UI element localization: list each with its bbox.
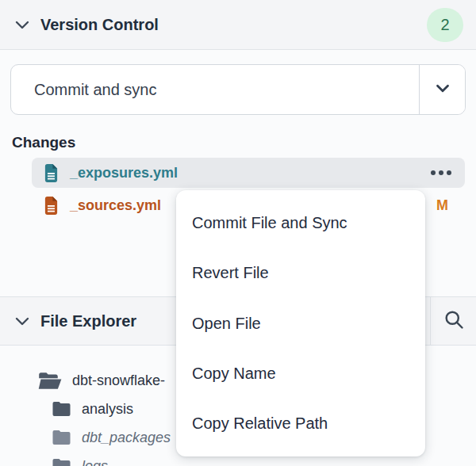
changes-count-badge: 2 (427, 8, 463, 42)
tree-item-label: logs (82, 458, 108, 466)
tree-item-label: analysis (82, 401, 133, 418)
folder-icon (52, 401, 71, 417)
yml-file-icon (44, 197, 59, 215)
file-explorer-title: File Explorer (40, 312, 136, 330)
changed-file-name: _exposures.yml (70, 165, 178, 181)
file-search-button[interactable] (430, 297, 476, 345)
changes-section-label: Changes (12, 134, 476, 151)
commit-action-label: Commit and sync (11, 65, 419, 114)
menu-item-copy-relative-path[interactable]: Copy Relative Path (176, 399, 425, 449)
tree-item-label: dbt_packages (82, 430, 171, 446)
search-icon (443, 308, 465, 334)
dropdown-toggle-button[interactable] (419, 65, 465, 114)
menu-item-commit-file-and-sync[interactable]: Commit File and Sync (176, 198, 425, 248)
menu-item-open-file[interactable]: Open File (176, 299, 425, 349)
version-control-title: Version Control (40, 16, 159, 34)
changed-file-name: _sources.yml (70, 197, 161, 214)
folder-icon (52, 430, 71, 445)
menu-item-revert-file[interactable]: Revert File (176, 248, 425, 298)
version-control-header: Version Control 2 (0, 0, 476, 50)
modified-status-badge: M (436, 197, 448, 214)
yml-file-icon (44, 164, 59, 182)
folder-icon (52, 458, 71, 466)
commit-action-dropdown[interactable]: Commit and sync (10, 64, 466, 115)
menu-item-copy-name[interactable]: Copy Name (176, 349, 425, 399)
chevron-down-icon[interactable] (13, 15, 32, 34)
folder-open-icon (38, 372, 62, 390)
tree-item-label: dbt-snowflake- (72, 372, 165, 389)
changed-file-row-exposures[interactable]: _exposures.yml (32, 158, 465, 188)
chevron-down-icon[interactable] (13, 311, 32, 330)
chevron-down-icon (432, 78, 453, 101)
file-more-options-button[interactable] (429, 167, 453, 178)
file-context-menu: Commit File and Sync Revert File Open Fi… (176, 190, 425, 456)
